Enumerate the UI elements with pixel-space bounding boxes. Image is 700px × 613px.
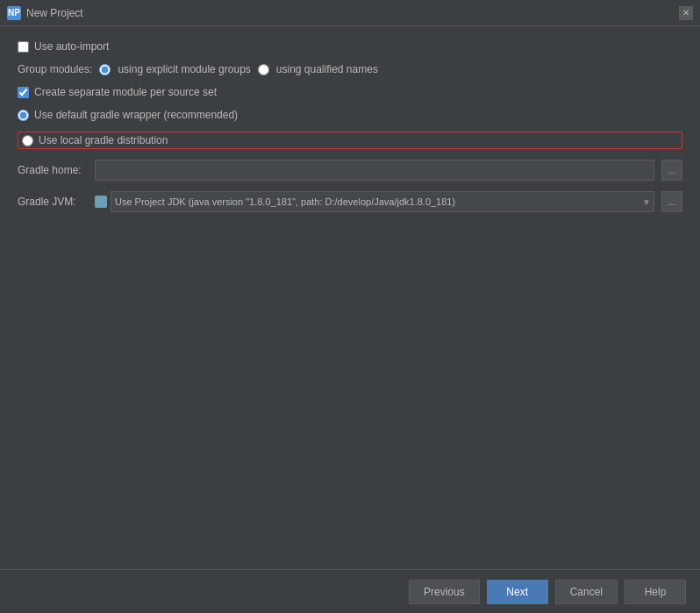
local-distribution-label: Use local gradle distribution: [39, 134, 168, 146]
gradle-home-browse-button[interactable]: ...: [661, 160, 682, 181]
title-bar: NP New Project ✕: [0, 0, 700, 26]
gradle-jvm-row: Gradle JVM: Use Project JDK (java versio…: [18, 191, 682, 212]
gradle-jvm-browse-button[interactable]: ...: [661, 191, 682, 212]
auto-import-row: Use auto-import: [18, 40, 682, 53]
close-button[interactable]: ✕: [679, 6, 693, 20]
app-icon: NP: [7, 6, 21, 20]
separate-module-checkbox[interactable]: [18, 87, 29, 98]
gradle-home-label: Gradle home:: [18, 164, 88, 176]
group-modules-explicit-label: using explicit module groups: [118, 63, 250, 75]
content-spacer: [18, 223, 682, 555]
default-wrapper-radio[interactable]: [18, 110, 29, 121]
group-modules-radio-qualified[interactable]: [258, 64, 269, 75]
gradle-home-row: Gradle home: ...: [18, 160, 682, 181]
group-modules-radio-explicit[interactable]: [99, 64, 111, 75]
gradle-home-input[interactable]: [95, 160, 654, 181]
local-distribution-row: Use local gradle distribution: [18, 132, 682, 149]
group-modules-qualified-label: using qualified names: [276, 63, 378, 75]
auto-import-label: Use auto-import: [34, 40, 109, 53]
default-wrapper-label: Use default gradle wrapper (recommended): [34, 109, 238, 121]
cancel-button[interactable]: Cancel: [555, 580, 618, 604]
group-modules-label: Group modules:: [18, 63, 92, 75]
default-wrapper-row: Use default gradle wrapper (recommended): [18, 109, 682, 121]
window-title: New Project: [26, 7, 83, 19]
title-bar-controls: ✕: [679, 6, 693, 20]
auto-import-checkbox[interactable]: [18, 41, 29, 53]
help-button[interactable]: Help: [625, 580, 686, 604]
separate-module-label: Create separate module per source set: [34, 86, 217, 98]
separate-module-row: Create separate module per source set: [18, 86, 682, 98]
bottom-bar: Previous Next Cancel Help: [0, 569, 700, 613]
group-modules-row: Group modules: using explicit module gro…: [18, 63, 682, 75]
jvm-icon: [95, 196, 107, 208]
main-content: Use auto-import Group modules: using exp…: [0, 26, 700, 569]
next-button[interactable]: Next: [487, 580, 548, 604]
previous-button[interactable]: Previous: [409, 580, 480, 604]
local-distribution-radio[interactable]: [22, 135, 33, 146]
gradle-jvm-label: Gradle JVM:: [18, 196, 88, 208]
gradle-jvm-select-wrapper: Use Project JDK (java version "1.8.0_181…: [95, 191, 654, 212]
gradle-jvm-select[interactable]: Use Project JDK (java version "1.8.0_181…: [111, 191, 654, 212]
